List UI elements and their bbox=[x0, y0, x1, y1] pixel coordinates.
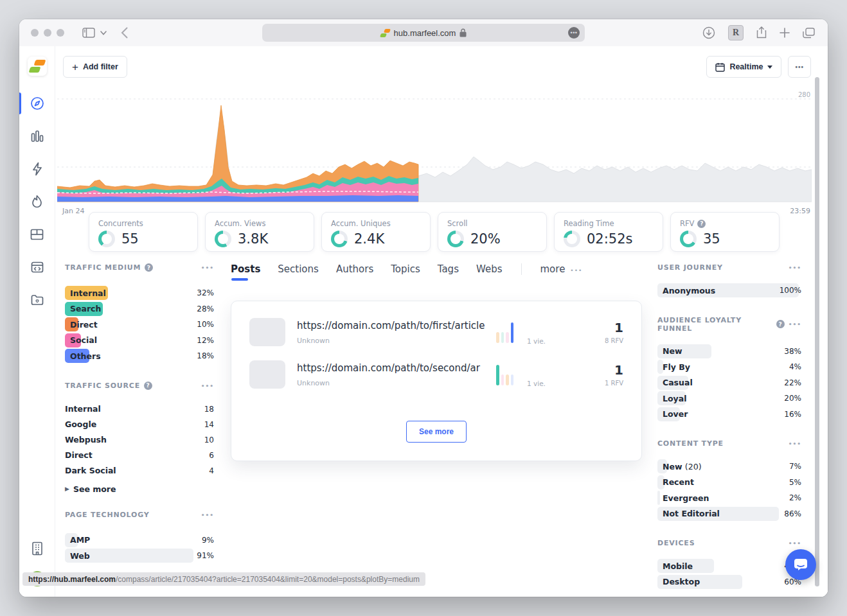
content-type-row[interactable]: Evergreen 2% bbox=[657, 491, 801, 505]
section-menu-icon[interactable] bbox=[789, 263, 801, 272]
page-settings-button[interactable]: ••• bbox=[568, 27, 580, 39]
downloads-icon[interactable] bbox=[702, 26, 715, 39]
organization-icon[interactable] bbox=[31, 541, 44, 556]
see-more-button[interactable]: See more bbox=[406, 421, 467, 443]
loyalty-row[interactable]: New 38% bbox=[657, 344, 801, 358]
site-favicon bbox=[380, 28, 390, 38]
kpi-scroll[interactable]: Scroll 20% bbox=[438, 212, 547, 252]
folder-heart-icon bbox=[31, 294, 44, 306]
progress-ring bbox=[215, 231, 231, 247]
help-icon[interactable]: ? bbox=[697, 220, 706, 228]
dashboard-menu-button[interactable] bbox=[788, 56, 811, 78]
post-author: Unknown bbox=[297, 379, 485, 387]
sidebar-item-boost[interactable] bbox=[19, 161, 55, 177]
progress-ring bbox=[680, 231, 697, 247]
tab-overview-icon[interactable] bbox=[803, 28, 815, 39]
back-button[interactable] bbox=[121, 27, 128, 39]
chevron-right-icon: ▶ bbox=[65, 486, 69, 492]
window-controls bbox=[31, 29, 64, 37]
sidebar-item-collections[interactable] bbox=[19, 292, 55, 308]
traffic-medium-row[interactable]: Direct 10% bbox=[65, 317, 214, 331]
tab-webs[interactable]: Webs bbox=[476, 263, 503, 275]
zoom-window-button[interactable] bbox=[57, 29, 64, 37]
traffic-source-row[interactable]: Webpush10 bbox=[65, 432, 214, 448]
add-filter-button[interactable]: + Add filter bbox=[63, 56, 127, 78]
sidebar-item-web-editor[interactable] bbox=[19, 259, 55, 276]
posts-list-card: https://domain.com/path/to/first/article… bbox=[231, 301, 642, 461]
post-title[interactable]: https://domain.com/path/to/second/ar bbox=[297, 362, 485, 374]
tab-topics[interactable]: Topics bbox=[391, 263, 420, 275]
section-menu-icon[interactable] bbox=[789, 539, 801, 547]
address-bar[interactable]: hub.marfeel.com ••• bbox=[262, 24, 585, 42]
post-title[interactable]: https://domain.com/path/to/first/article bbox=[297, 320, 485, 331]
realtime-dropdown[interactable]: Realtime bbox=[706, 56, 781, 78]
post-row[interactable]: https://domain.com/path/to/second/ar Unk… bbox=[249, 360, 623, 389]
content-type-row[interactable]: Recent 5% bbox=[657, 475, 801, 489]
sidebar-item-trending[interactable] bbox=[19, 193, 55, 210]
tab-sections[interactable]: Sections bbox=[278, 263, 319, 275]
tab-tags[interactable]: Tags bbox=[438, 263, 459, 275]
page-technology-row[interactable]: AMP 9% bbox=[65, 533, 214, 547]
lightning-icon bbox=[31, 162, 43, 176]
post-row[interactable]: https://domain.com/path/to/first/article… bbox=[249, 318, 623, 346]
sidebar-item-analytics[interactable] bbox=[19, 128, 55, 145]
kpi-concurrents[interactable]: Concurrents 55 bbox=[89, 212, 198, 252]
kpi-accum-views[interactable]: Accum. Views 3.8K bbox=[205, 212, 314, 252]
traffic-medium-row[interactable]: Search 28% bbox=[65, 302, 214, 316]
devices-row[interactable]: Mobile 40% bbox=[657, 559, 801, 573]
section-menu-icon[interactable] bbox=[789, 320, 801, 328]
loyalty-row[interactable]: Fly By 4% bbox=[657, 360, 801, 374]
x-axis-start-label: Jan 24 bbox=[62, 207, 84, 215]
devices-row[interactable]: Desktop 60% bbox=[657, 575, 801, 589]
audience-loyalty-header: AUDIENCE LOYALTY FUNNEL? bbox=[657, 316, 801, 333]
minimize-window-button[interactable] bbox=[44, 29, 51, 37]
section-menu-icon[interactable] bbox=[201, 263, 214, 272]
post-views-label: 1 vie. bbox=[527, 380, 557, 389]
extension-r-button[interactable]: R bbox=[728, 25, 744, 40]
loyalty-row[interactable]: Lover 16% bbox=[657, 407, 801, 421]
sidebar-chevron-icon[interactable] bbox=[100, 31, 107, 35]
traffic-source-row[interactable]: Google14 bbox=[65, 417, 214, 432]
sidebar-toggle-icon[interactable] bbox=[82, 28, 95, 38]
section-menu-icon[interactable] bbox=[789, 439, 801, 448]
page-technology-row[interactable]: Web 91% bbox=[65, 549, 214, 563]
section-menu-icon[interactable] bbox=[201, 382, 214, 390]
kpi-accum-uniques[interactable]: Accum. Uniques 2.4K bbox=[321, 212, 431, 252]
chat-launcher-button[interactable] bbox=[785, 549, 816, 580]
browser-chrome: hub.marfeel.com ••• R bbox=[19, 19, 828, 47]
post-rfv: 1 RFV bbox=[605, 380, 623, 387]
kpi-reading-time[interactable]: Reading Time 02:52s bbox=[554, 212, 663, 252]
tab-authors[interactable]: Authors bbox=[336, 263, 373, 275]
help-icon[interactable]: ? bbox=[776, 320, 784, 328]
close-window-button[interactable] bbox=[31, 29, 39, 37]
traffic-source-see-more[interactable]: ▶ See more bbox=[65, 484, 214, 494]
content-type-row[interactable]: Not Editorial 86% bbox=[657, 507, 801, 521]
kpi-rfv[interactable]: RFV? 35 bbox=[670, 212, 780, 252]
sidebar-item-layouts[interactable] bbox=[19, 226, 55, 243]
sidebar-item-compass[interactable] bbox=[19, 95, 55, 112]
traffic-medium-header: TRAFFIC MEDIUM? bbox=[65, 263, 214, 272]
devices-header: DEVICES bbox=[657, 539, 801, 547]
new-tab-icon[interactable] bbox=[780, 28, 790, 38]
y-axis-max-label: 280 bbox=[798, 91, 810, 98]
traffic-medium-row[interactable]: Others 18% bbox=[65, 349, 214, 363]
traffic-medium-row[interactable]: Internal 32% bbox=[65, 286, 214, 300]
help-icon[interactable]: ? bbox=[144, 382, 152, 390]
marfeel-logo[interactable] bbox=[28, 57, 47, 76]
traffic-source-row[interactable]: Dark Social4 bbox=[65, 463, 214, 479]
help-icon[interactable]: ? bbox=[145, 263, 153, 272]
traffic-medium-row[interactable]: Social 12% bbox=[65, 333, 214, 348]
vertical-scrollbar[interactable] bbox=[815, 77, 819, 586]
content-type-row[interactable]: New (20) 7% bbox=[657, 459, 801, 473]
share-icon[interactable] bbox=[756, 26, 767, 39]
section-menu-icon[interactable] bbox=[201, 511, 214, 519]
tab-more[interactable]: more bbox=[540, 263, 583, 275]
tab-posts[interactable]: Posts bbox=[231, 263, 260, 275]
traffic-source-row[interactable]: Internal18 bbox=[65, 401, 214, 417]
user-journey-row[interactable]: Anonymous 100% bbox=[657, 283, 801, 297]
traffic-source-row[interactable]: Direct6 bbox=[65, 448, 214, 463]
loyalty-row[interactable]: Loyal 20% bbox=[657, 391, 801, 405]
calendar-icon bbox=[715, 62, 725, 72]
realtime-traffic-chart[interactable]: 280 Jan 24 23:59 bbox=[57, 95, 812, 204]
loyalty-row[interactable]: Casual 22% bbox=[657, 376, 801, 390]
